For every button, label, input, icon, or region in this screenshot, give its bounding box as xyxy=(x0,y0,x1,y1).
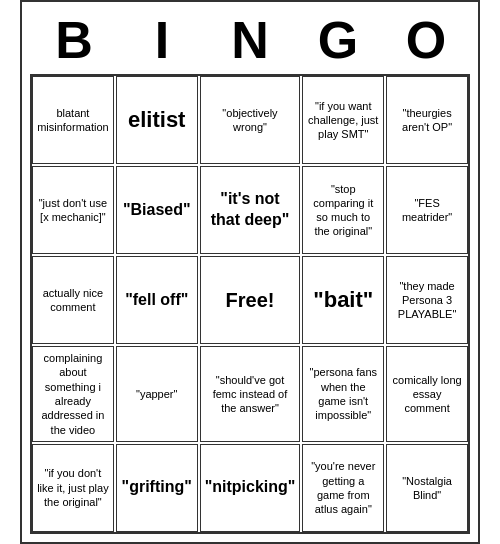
bingo-cell-22: "nitpicking" xyxy=(200,444,301,532)
bingo-card: BINGO blatant misinformationelitist"obje… xyxy=(20,0,480,544)
bingo-header: BINGO xyxy=(30,10,470,70)
bingo-letter-o: O xyxy=(382,10,470,70)
bingo-cell-20: "if you don't like it, just play the ori… xyxy=(32,444,114,532)
bingo-cell-3: "if you want challenge, just play SMT" xyxy=(302,76,384,164)
bingo-cell-2: "objectively wrong" xyxy=(200,76,301,164)
bingo-cell-1: elitist xyxy=(116,76,198,164)
bingo-letter-b: B xyxy=(30,10,118,70)
bingo-letter-g: G xyxy=(294,10,382,70)
bingo-cell-24: "Nostalgia Blind" xyxy=(386,444,468,532)
bingo-cell-7: "it's not that deep" xyxy=(200,166,301,254)
bingo-cell-18: "persona fans when the game isn't imposs… xyxy=(302,346,384,442)
bingo-cell-23: "you're never getting a game from atlus … xyxy=(302,444,384,532)
bingo-cell-6: "Biased" xyxy=(116,166,198,254)
bingo-cell-10: actually nice comment xyxy=(32,256,114,344)
bingo-grid: blatant misinformationelitist"objectivel… xyxy=(30,74,470,534)
bingo-cell-11: "fell off" xyxy=(116,256,198,344)
bingo-cell-21: "grifting" xyxy=(116,444,198,532)
bingo-cell-16: "yapper" xyxy=(116,346,198,442)
bingo-cell-19: comically long essay comment xyxy=(386,346,468,442)
bingo-cell-4: "theurgies aren't OP" xyxy=(386,76,468,164)
bingo-cell-9: "FES meatrider" xyxy=(386,166,468,254)
bingo-letter-i: I xyxy=(118,10,206,70)
bingo-cell-14: "they made Persona 3 PLAYABLE" xyxy=(386,256,468,344)
bingo-cell-8: "stop comparing it so much to the origin… xyxy=(302,166,384,254)
bingo-cell-17: "should've got femc instead of the answe… xyxy=(200,346,301,442)
bingo-letter-n: N xyxy=(206,10,294,70)
bingo-cell-5: "just don't use [x mechanic]" xyxy=(32,166,114,254)
bingo-cell-0: blatant misinformation xyxy=(32,76,114,164)
bingo-cell-12: Free! xyxy=(200,256,301,344)
bingo-cell-13: "bait" xyxy=(302,256,384,344)
bingo-cell-15: complaining about something i already ad… xyxy=(32,346,114,442)
